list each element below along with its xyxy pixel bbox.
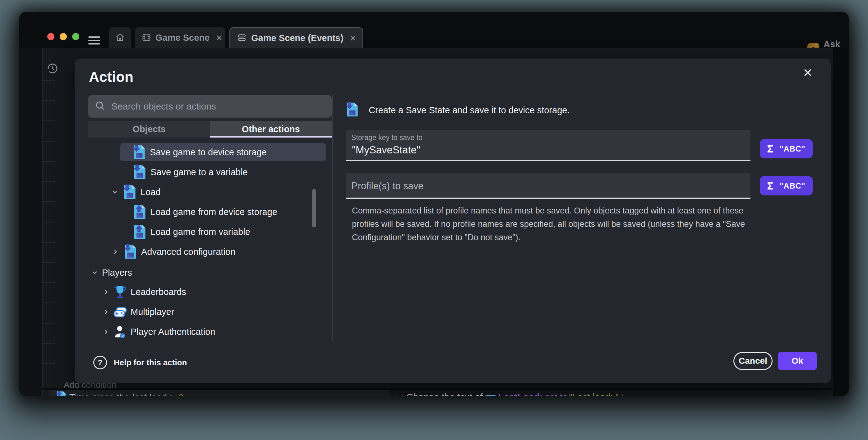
field-label: Profile(s) to save bbox=[351, 180, 750, 192]
search-bar[interactable] bbox=[88, 95, 332, 118]
traffic-light-close[interactable] bbox=[47, 33, 54, 40]
storage-key-field[interactable]: Storage key to save to bbox=[346, 130, 750, 161]
ok-button[interactable]: Ok bbox=[778, 352, 817, 370]
field-help-text: Comma-separated list of profile names th… bbox=[352, 204, 747, 244]
expression-editor-button[interactable]: Σ "ABC" bbox=[760, 139, 813, 158]
profiles-field[interactable]: Profile(s) to save bbox=[346, 173, 750, 199]
search-input[interactable] bbox=[111, 101, 326, 112]
event-condition-row: Time since the last load > 0 bbox=[49, 390, 389, 396]
actions-tree: Save game to device storage Save game to… bbox=[88, 142, 332, 341]
save-icon bbox=[122, 184, 137, 200]
tab-other-actions[interactable]: Other actions bbox=[210, 121, 332, 138]
text-action-icon: txt bbox=[396, 393, 403, 396]
tree-item-save-game-to-variable[interactable]: Save game to a variable bbox=[132, 163, 248, 181]
tree-item-label: Load bbox=[141, 187, 161, 197]
tab-label: Game Scene (Events) bbox=[251, 33, 344, 43]
tree-group-players[interactable]: Players bbox=[91, 264, 132, 282]
tree-item-save-game-to-device-storage[interactable]: Save game to device storage bbox=[120, 143, 326, 161]
expression-editor-button[interactable]: Σ "ABC" bbox=[760, 176, 813, 196]
cancel-button[interactable]: Cancel bbox=[733, 352, 773, 370]
tree-item-load-game-from-device-storage[interactable]: Load game from device storage bbox=[132, 203, 277, 221]
tree-item-player-authentication[interactable]: Player Authentication bbox=[102, 323, 215, 341]
traffic-light-minimize[interactable] bbox=[60, 33, 67, 40]
tree-item-load-game-from-variable[interactable]: Load game from variable bbox=[132, 223, 250, 241]
action-dialog: Action ✕ Objects Other actions bbox=[74, 59, 831, 383]
tree-item-label: Leaderboards bbox=[131, 287, 186, 297]
events-left-gutter bbox=[19, 48, 42, 396]
save-icon bbox=[131, 145, 146, 159]
search-icon bbox=[94, 100, 106, 113]
category-tabs: Objects Other actions bbox=[88, 121, 332, 138]
chevron-right-icon bbox=[112, 248, 119, 255]
tab-home[interactable] bbox=[109, 27, 131, 48]
tree-item-leaderboards[interactable]: Leaderboards bbox=[102, 283, 186, 301]
tree-item-multiplayer[interactable]: Multiplayer bbox=[102, 303, 174, 321]
tree-item-label: Multiplayer bbox=[131, 307, 174, 317]
save-icon bbox=[123, 244, 137, 259]
help-for-action-link[interactable]: ? Help for this action bbox=[93, 356, 187, 369]
save-icon bbox=[132, 165, 147, 180]
tree-item-load[interactable]: Load bbox=[111, 183, 161, 201]
load-icon bbox=[132, 204, 147, 219]
tab-close-icon[interactable]: ✕ bbox=[216, 34, 223, 42]
tab-game-scene-events[interactable]: Game Scene (Events) ✕ bbox=[229, 27, 363, 48]
field-label: Storage key to save to bbox=[351, 134, 750, 142]
sigma-icon: Σ bbox=[767, 143, 773, 155]
home-icon bbox=[115, 32, 125, 43]
main-menu-icon[interactable] bbox=[88, 34, 100, 47]
tree-item-label: Player Authentication bbox=[131, 327, 215, 337]
tab-close-icon[interactable]: ✕ bbox=[350, 34, 356, 42]
gamepad-icon bbox=[113, 305, 127, 319]
tab-game-scene[interactable]: Game Scene ✕ bbox=[135, 27, 225, 48]
chevron-right-icon bbox=[102, 289, 110, 295]
text-object-icon: Tx bbox=[485, 395, 496, 396]
trophy-icon bbox=[113, 285, 127, 299]
load-icon bbox=[132, 224, 147, 239]
tab-label: Game Scene bbox=[155, 33, 210, 43]
chevron-down-icon bbox=[111, 188, 118, 196]
scene-icon bbox=[142, 33, 151, 43]
tree-item-label: Save game to a variable bbox=[151, 167, 248, 177]
chevron-right-icon bbox=[102, 309, 110, 315]
chevron-down-icon bbox=[91, 269, 98, 276]
traffic-light-zoom[interactable] bbox=[72, 33, 79, 40]
events-sheet-icon bbox=[237, 33, 247, 44]
dialog-close-icon[interactable]: ✕ bbox=[801, 66, 814, 80]
tree-scrollbar-thumb[interactable] bbox=[312, 189, 316, 228]
tree-group-label: Players bbox=[102, 268, 132, 278]
save-icon bbox=[56, 391, 66, 396]
chevron-right-icon bbox=[102, 328, 110, 335]
app-window: Game Scene ✕ Game Scene (Events) ✕ Ask A… bbox=[19, 12, 849, 396]
tree-item-label: Load game from device storage bbox=[151, 207, 277, 217]
tree-item-advanced-configuration[interactable]: Advanced configuration bbox=[112, 243, 235, 261]
history-icon[interactable] bbox=[46, 62, 59, 76]
tab-objects[interactable]: Objects bbox=[88, 121, 210, 138]
tree-item-label: Advanced configuration bbox=[141, 247, 235, 257]
sigma-icon: Σ bbox=[767, 180, 773, 192]
tree-item-label: Save game to device storage bbox=[150, 147, 267, 157]
dialog-title: Action bbox=[89, 68, 133, 85]
save-icon bbox=[344, 102, 359, 118]
tree-item-label: Load game from variable bbox=[151, 227, 250, 237]
person-icon bbox=[113, 325, 127, 339]
event-action-row: txtChange the text ofTxLastLoad: set to … bbox=[389, 390, 833, 396]
window-titlebar: Game Scene ✕ Game Scene (Events) ✕ Ask A… bbox=[19, 12, 849, 48]
action-description: Create a Save State and save it to devic… bbox=[344, 102, 569, 118]
storage-key-input[interactable] bbox=[351, 144, 732, 156]
question-icon: ? bbox=[93, 356, 107, 369]
